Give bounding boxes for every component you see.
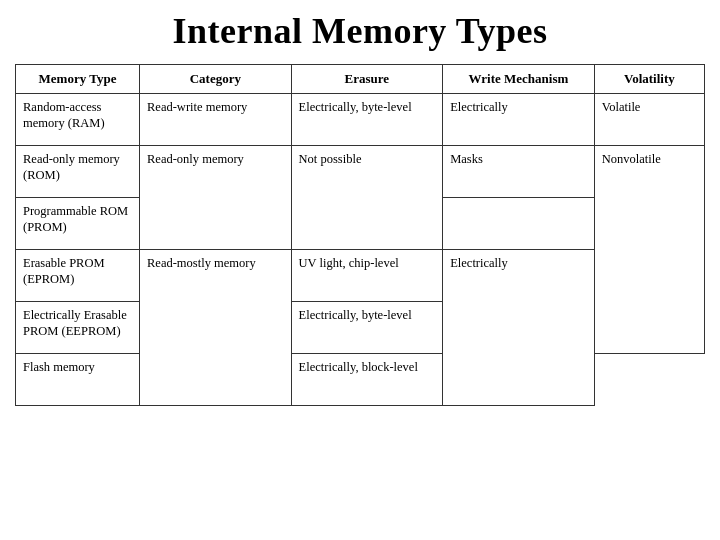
cell-category: Read-only memory <box>140 145 292 249</box>
cell-erasure: UV light, chip-level <box>291 249 443 301</box>
cell-category: Read-mostly memory <box>140 249 292 405</box>
cell-type: Flash memory <box>16 353 140 405</box>
page: Internal Memory Types Memory Type Catego… <box>0 0 720 540</box>
cell-type: Electrically Erasable PROM (EEPROM) <box>16 301 140 353</box>
table-row: Random-access memory (RAM) Read-write me… <box>16 93 705 145</box>
cell-erasure: Electrically, byte-level <box>291 301 443 353</box>
cell-erasure: Electrically, block-level <box>291 353 443 405</box>
page-title: Internal Memory Types <box>15 10 705 52</box>
cell-type: Read-only memory (ROM) <box>16 145 140 197</box>
cell-type: Random-access memory (RAM) <box>16 93 140 145</box>
cell-write-mech: Electrically <box>443 93 595 145</box>
table-row: Flash memory Electrically, block-level <box>16 353 705 405</box>
header-write-mech: Write Mechanism <box>443 65 595 94</box>
memory-types-table: Memory Type Category Erasure Write Mecha… <box>15 64 705 406</box>
header-memory-type: Memory Type <box>16 65 140 94</box>
table-row: Read-only memory (ROM) Read-only memory … <box>16 145 705 197</box>
header-category: Category <box>140 65 292 94</box>
cell-volatility: Nonvolatile <box>594 145 704 353</box>
cell-write-mech: Masks <box>443 145 595 197</box>
cell-write-mech <box>443 197 595 249</box>
cell-type: Programmable ROM (PROM) <box>16 197 140 249</box>
header-volatility: Volatility <box>594 65 704 94</box>
cell-volatility: Volatile <box>594 93 704 145</box>
cell-erasure: Not possible <box>291 145 443 249</box>
cell-type: Erasable PROM (EPROM) <box>16 249 140 301</box>
cell-write-mech: Electrically <box>443 249 595 405</box>
header-erasure: Erasure <box>291 65 443 94</box>
cell-erasure: Electrically, byte-level <box>291 93 443 145</box>
table-header-row: Memory Type Category Erasure Write Mecha… <box>16 65 705 94</box>
cell-category: Read-write memory <box>140 93 292 145</box>
